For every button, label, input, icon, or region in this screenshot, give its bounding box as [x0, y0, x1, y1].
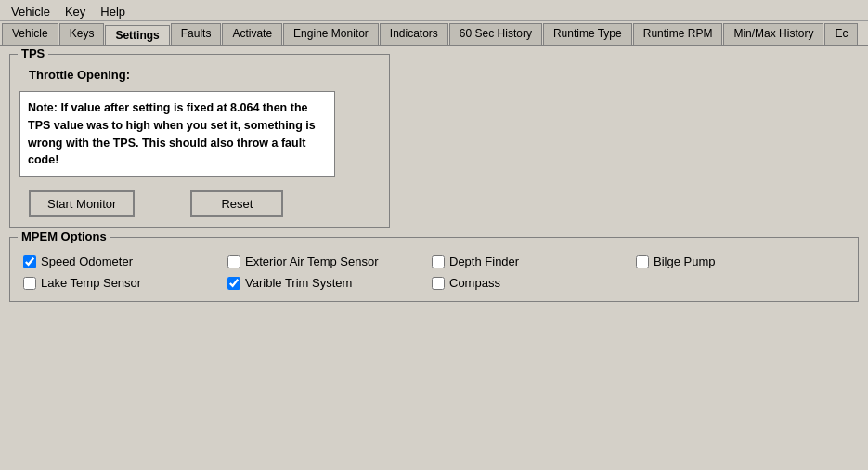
tps-content: Throttle Opening: Note: If value after s… — [19, 60, 380, 217]
cb-depth-finder[interactable] — [432, 255, 445, 268]
tps-title: TPS — [18, 46, 48, 60]
mpem-row1: Speed OdometerExterior Air Temp SensorDe… — [23, 255, 845, 268]
mpem-row2: Lake Temp SensorVarible Trim SystemCompa… — [23, 276, 845, 290]
cb-lake-temp-label: Lake Temp Sensor — [41, 276, 141, 290]
mpem-title: MPEM Options — [18, 229, 110, 243]
throttle-label: Throttle Opening: — [29, 68, 380, 82]
tab-activate[interactable]: Activate — [222, 23, 282, 45]
tps-button-row: Start Monitor Reset — [19, 190, 380, 217]
tab-vehicle[interactable]: Vehicle — [2, 23, 58, 45]
menu-vehicle[interactable]: Vehicle — [4, 3, 58, 20]
cb-bilge-pump-item: Bilge Pump — [636, 255, 840, 268]
tab-bar: VehicleKeysSettingsFaultsActivateEngine … — [0, 21, 868, 46]
tps-group-box: TPS Throttle Opening: Note: If value aft… — [9, 54, 390, 228]
reset-button[interactable]: Reset — [190, 190, 283, 217]
cb-varible-trim-item: Varible Trim System — [227, 276, 432, 290]
cb-compass-label: Compass — [449, 276, 500, 290]
tab-engine-monitor[interactable]: Engine Monitor — [283, 23, 379, 45]
cb-speed-odometer[interactable] — [23, 255, 36, 268]
start-monitor-button[interactable]: Start Monitor — [29, 190, 135, 217]
menu-key[interactable]: Key — [58, 3, 93, 20]
cb-bilge-pump[interactable] — [636, 255, 649, 268]
cb-lake-temp[interactable] — [23, 277, 36, 290]
cb-varible-trim-label: Varible Trim System — [245, 276, 352, 290]
menu-bar: Vehicle Key Help — [0, 0, 868, 21]
cb-compass[interactable] — [432, 277, 445, 290]
cb-compass-item: Compass — [432, 276, 636, 290]
tab-minmax-history[interactable]: Min/Max History — [723, 23, 823, 45]
cb-depth-finder-item: Depth Finder — [432, 255, 636, 268]
cb-speed-odometer-label: Speed Odometer — [41, 255, 133, 268]
menu-help[interactable]: Help — [93, 3, 133, 20]
tab-runtime-type[interactable]: Runtime Type — [543, 23, 632, 45]
mpem-group-box: MPEM Options Speed OdometerExterior Air … — [9, 237, 859, 302]
tps-note: Note: If value after setting is fixed at… — [19, 91, 335, 177]
tab-faults[interactable]: Faults — [171, 23, 222, 45]
cb-exterior-air-temp-label: Exterior Air Temp Sensor — [245, 255, 379, 268]
cb-bilge-pump-label: Bilge Pump — [654, 255, 715, 268]
cb-varible-trim[interactable] — [227, 277, 240, 290]
main-content: TPS Throttle Opening: Note: If value aft… — [0, 46, 868, 464]
tab-runtime-rpm[interactable]: Runtime RPM — [633, 23, 723, 45]
tab-settings[interactable]: Settings — [105, 25, 169, 46]
tab-keys[interactable]: Keys — [59, 23, 105, 45]
tab-ec[interactable]: Ec — [824, 23, 858, 45]
cb-exterior-air-temp[interactable] — [227, 255, 240, 268]
cb-lake-temp-item: Lake Temp Sensor — [23, 276, 227, 290]
tab-60sec-history[interactable]: 60 Sec History — [449, 23, 542, 45]
cb-speed-odometer-item: Speed Odometer — [23, 255, 227, 268]
cb-depth-finder-label: Depth Finder — [449, 255, 519, 268]
tab-indicators[interactable]: Indicators — [380, 23, 448, 45]
cb-exterior-air-temp-item: Exterior Air Temp Sensor — [227, 255, 432, 268]
